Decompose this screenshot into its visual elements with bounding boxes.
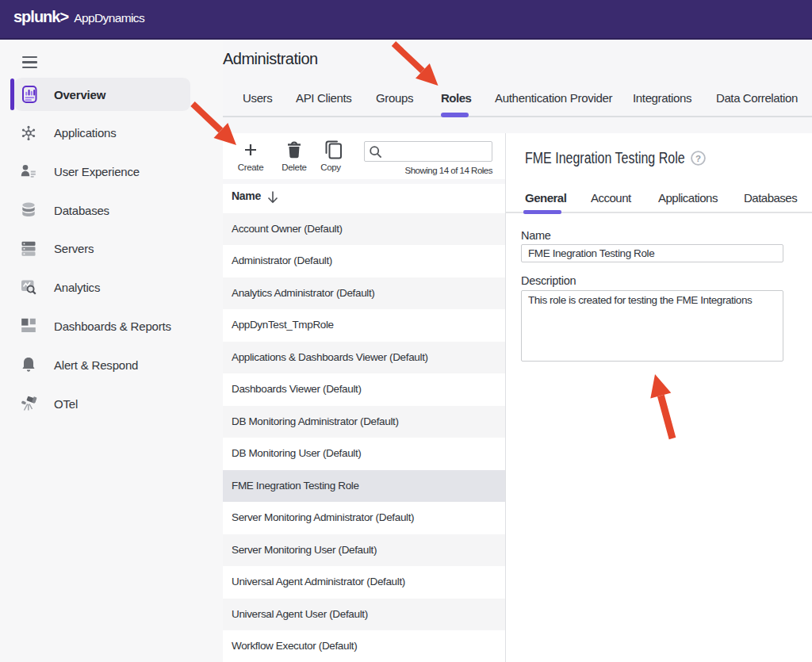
svg-text:?: ? (695, 154, 701, 163)
